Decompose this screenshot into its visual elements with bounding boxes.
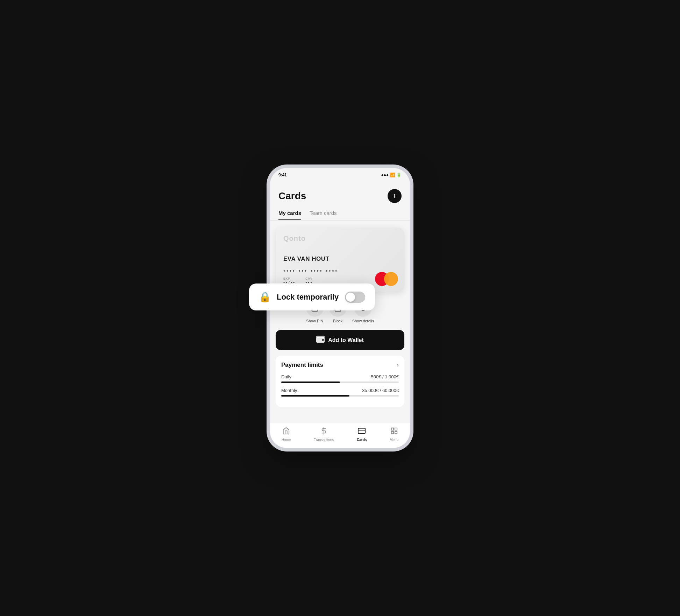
tab-team-cards[interactable]: Team cards xyxy=(310,206,337,220)
show-details-label: Show details xyxy=(352,319,374,323)
cvv-label: CVV xyxy=(305,277,313,280)
credit-card: Qonto EVA VAN HOUT •••• ••• •••• •••• EX… xyxy=(276,227,404,292)
monthly-progress-fill xyxy=(281,395,349,397)
limits-header: Payment limits › xyxy=(281,361,399,369)
monthly-label: Monthly xyxy=(281,388,297,393)
monthly-limit-row: Monthly 35.000€ / 60.000€ xyxy=(281,388,399,393)
wallet-icon xyxy=(316,336,325,344)
nav-home-label: Home xyxy=(282,438,291,442)
add-to-wallet-button[interactable]: Add to Wallet xyxy=(276,330,404,350)
lock-toggle[interactable] xyxy=(345,292,365,303)
svg-rect-4 xyxy=(316,336,325,338)
wallet-svg xyxy=(316,336,325,343)
svg-rect-7 xyxy=(358,428,365,433)
monthly-progress-bg xyxy=(281,395,399,397)
exp-label: EXP xyxy=(283,277,296,280)
card-holder-name: EVA VAN HOUT xyxy=(283,255,397,262)
status-bar: 9:41 ●●● 📶 🔋 xyxy=(270,168,410,182)
scene: 🔒 Lock temporarily 9:41 ●●● 📶 🔋 Cards + … xyxy=(249,154,431,462)
daily-label: Daily xyxy=(281,374,291,379)
show-pin-label: Show PIN xyxy=(306,319,323,323)
payment-limits-section: Payment limits › Daily 500€ / 1.000€ Mon… xyxy=(276,356,404,407)
status-time: 9:41 xyxy=(278,173,287,177)
svg-rect-5 xyxy=(322,339,324,341)
monthly-value: 35.000€ / 60.000€ xyxy=(362,388,399,393)
svg-rect-12 xyxy=(395,431,397,433)
nav-menu[interactable]: Menu xyxy=(390,427,398,442)
daily-value: 500€ / 1.000€ xyxy=(371,374,399,379)
bottom-nav: Home Transactions Cards Menu xyxy=(270,423,410,448)
lock-popup-label: Lock temporarily xyxy=(277,293,339,302)
card-brand-logo: Qonto xyxy=(283,234,397,243)
nav-cards-label: Cards xyxy=(357,438,367,442)
nav-menu-label: Menu xyxy=(390,438,398,442)
daily-limit-row: Daily 500€ / 1.000€ xyxy=(281,374,399,379)
toggle-thumb xyxy=(346,293,355,302)
nav-home[interactable]: Home xyxy=(282,427,291,442)
page-header: Cards + xyxy=(270,182,410,206)
monthly-limit-item: Monthly 35.000€ / 60.000€ xyxy=(281,388,399,397)
daily-progress-bg xyxy=(281,382,399,383)
tab-my-cards[interactable]: My cards xyxy=(278,206,301,220)
transactions-icon xyxy=(320,427,328,437)
nav-cards[interactable]: Cards xyxy=(357,427,367,442)
lock-popup: 🔒 Lock temporarily xyxy=(249,284,375,310)
svg-rect-9 xyxy=(391,428,393,430)
mastercard-orange-circle xyxy=(384,272,398,286)
nav-transactions-label: Transactions xyxy=(314,438,334,442)
cards-icon xyxy=(358,427,366,437)
wallet-btn-label: Add to Wallet xyxy=(328,337,364,343)
page-title: Cards xyxy=(278,190,306,202)
status-icons: ●●● 📶 🔋 xyxy=(381,173,402,177)
home-icon xyxy=(282,427,290,437)
tab-bar: My cards Team cards xyxy=(270,206,410,220)
block-label: Block xyxy=(333,319,342,323)
add-card-button[interactable]: + xyxy=(388,189,402,203)
lock-popup-icon: 🔒 xyxy=(259,291,271,303)
svg-rect-10 xyxy=(395,428,397,430)
daily-limit-item: Daily 500€ / 1.000€ xyxy=(281,374,399,383)
svg-rect-11 xyxy=(391,431,393,433)
nav-transactions[interactable]: Transactions xyxy=(314,427,334,442)
daily-progress-fill xyxy=(281,382,340,383)
menu-icon xyxy=(390,427,398,437)
limits-chevron-icon[interactable]: › xyxy=(397,361,399,369)
mastercard-logo xyxy=(375,272,398,286)
limits-title: Payment limits xyxy=(281,362,323,369)
